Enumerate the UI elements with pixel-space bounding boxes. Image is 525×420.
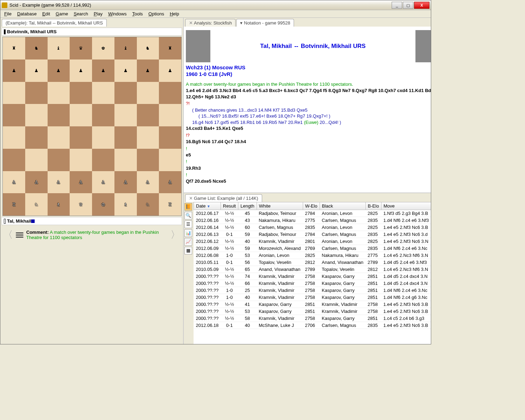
game-row[interactable]: 2012.06.09½-½59Morozevich, Alexand2769Ca… — [194, 245, 432, 252]
game-row[interactable]: 2000.??.??1-025Kramnik, Vladimir2758Kasp… — [194, 287, 432, 294]
game-row[interactable]: 2000.??.??½-½66Kramnik, Vladimir2758Kasp… — [194, 280, 432, 287]
square[interactable] — [48, 149, 70, 171]
maximize-button[interactable]: ▢ — [403, 2, 413, 9]
square[interactable]: ♝ — [114, 37, 137, 59]
game-row[interactable]: 2012.06.081-053Aronian, Levon2825Nakamur… — [194, 252, 432, 259]
menu-game[interactable]: Game — [53, 10, 70, 17]
game-row[interactable]: 2012.06.17½-½45Radjabov, Teimour2784Aron… — [194, 210, 432, 217]
move-list-button[interactable] — [16, 231, 23, 239]
square[interactable] — [25, 126, 48, 149]
menu-tools[interactable]: Tools — [130, 10, 145, 17]
square[interactable]: ♟ — [70, 59, 92, 82]
col-move[interactable]: Move — [381, 202, 431, 210]
square[interactable] — [114, 126, 137, 149]
board-tab[interactable]: (Example): Tal, Mikhail -- Botvinnik, Mi… — [2, 19, 107, 27]
list-icon[interactable]: ☰ — [184, 220, 192, 228]
square[interactable]: ♟ — [3, 59, 25, 82]
minimize-button[interactable]: _ — [392, 2, 402, 9]
game-row[interactable]: 2012.06.16½-½43Nakamura, Hikaru2775Carls… — [194, 217, 432, 224]
square[interactable]: ♜ — [3, 37, 25, 59]
square[interactable] — [159, 126, 181, 149]
square[interactable]: ♗ — [114, 193, 137, 216]
col-date[interactable]: Date ▼ — [194, 202, 221, 210]
square[interactable]: ♚ — [92, 37, 114, 59]
next-move-button[interactable]: 〉 — [170, 228, 180, 241]
close-button[interactable]: X — [414, 2, 429, 9]
game-notation[interactable]: A match over twenty-four games began in … — [186, 80, 431, 193]
game-row[interactable]: 2000.??.??½-½41Kasparov, Garry2851Kramni… — [194, 301, 432, 308]
square[interactable]: ♟ — [114, 59, 137, 82]
square[interactable]: ♝ — [48, 37, 70, 59]
square[interactable]: ♙ — [159, 171, 181, 194]
square[interactable]: ♙ — [3, 171, 25, 194]
col-b-elo[interactable]: B-Elo — [365, 202, 381, 210]
game-row[interactable]: 2012.06.130-159Radjabov, Teimour2784Carl… — [194, 231, 432, 238]
game-row[interactable]: 2012.06.14½-½60Carlsen, Magnus2835Aronia… — [194, 224, 432, 231]
square[interactable] — [92, 149, 114, 171]
square[interactable] — [25, 149, 48, 171]
square[interactable] — [137, 126, 159, 149]
square[interactable] — [137, 82, 159, 104]
square[interactable]: ♜ — [159, 37, 181, 59]
menu-search[interactable]: Search — [71, 10, 90, 17]
menu-options[interactable]: Options — [146, 10, 167, 17]
square[interactable] — [92, 104, 114, 126]
col-length[interactable]: Length — [238, 202, 257, 210]
game-row[interactable]: 2012.06.180-140McShane, Luke J2706Carlse… — [194, 322, 432, 329]
square[interactable]: ♘ — [137, 193, 159, 216]
square[interactable] — [159, 149, 181, 171]
square[interactable] — [70, 126, 92, 149]
square[interactable]: ♞ — [137, 37, 159, 59]
square[interactable]: ♙ — [25, 171, 48, 194]
square[interactable] — [48, 104, 70, 126]
square[interactable]: ♖ — [3, 193, 25, 216]
col-black[interactable]: Black — [320, 202, 365, 210]
notation-pane[interactable]: Tal, Mikhail -- Botvinnik, Mikhail URS W… — [184, 27, 431, 193]
col-w-elo[interactable]: W-Elo — [303, 202, 320, 210]
square[interactable] — [3, 126, 25, 149]
square[interactable]: ♟ — [137, 59, 159, 82]
col-rat[interactable]: Rat — [431, 202, 431, 210]
square[interactable]: ♛ — [70, 37, 92, 59]
game-row[interactable]: 2010.05.110-156Topalov, Veselin2812Anand… — [194, 259, 432, 266]
game-row[interactable]: 2012.06.12½-½40Kramnik, Vladimir2801Aron… — [194, 238, 432, 245]
square[interactable] — [48, 82, 70, 104]
square[interactable]: ♘ — [25, 193, 48, 216]
menu-help[interactable]: Help — [167, 10, 182, 17]
square[interactable]: ♞ — [25, 37, 48, 59]
square[interactable]: ♕ — [70, 193, 92, 216]
square[interactable] — [25, 104, 48, 126]
game-list-table[interactable]: Date ▼ResultLengthWhiteW-EloBlackB-EloMo… — [194, 202, 431, 344]
game-row[interactable]: 2010.05.09½-½65Anand, Viswanathan2789Top… — [194, 266, 432, 273]
square[interactable] — [70, 149, 92, 171]
stats-icon[interactable]: 📈 — [184, 238, 192, 246]
square[interactable] — [137, 104, 159, 126]
square[interactable] — [70, 104, 92, 126]
square[interactable] — [114, 149, 137, 171]
square[interactable] — [137, 149, 159, 171]
menu-windows[interactable]: Windows — [106, 10, 129, 17]
chart-icon[interactable]: 📊 — [184, 229, 192, 237]
square[interactable]: ♙ — [70, 171, 92, 194]
prev-move-button[interactable]: 〈 — [3, 228, 13, 241]
square[interactable]: ♟ — [92, 59, 114, 82]
analysis-tab[interactable]: ✕Analysis: Stockfish — [185, 19, 236, 27]
game-row[interactable]: 2000.??.??½-½58Kramnik, Vladimir2758Kasp… — [194, 315, 432, 322]
book-icon[interactable]: 📙 — [184, 203, 192, 211]
board-icon[interactable]: ▦ — [184, 247, 192, 254]
square[interactable] — [159, 104, 181, 126]
game-row[interactable]: 2000.??.??1-040Kramnik, Vladimir2758Kasp… — [194, 294, 432, 301]
notation-tab[interactable]: ▾ Notation - game 99528 — [236, 19, 294, 27]
square[interactable] — [92, 126, 114, 149]
square[interactable] — [3, 149, 25, 171]
square[interactable]: ♔ — [92, 193, 114, 216]
chess-board[interactable]: ♜♞♝♛♚♝♞♜♟♟♟♟♟♟♟♟♙♙♙♙♙♙♙♙♖♘♗♕♔♗♘♖ — [2, 37, 182, 216]
square[interactable] — [3, 104, 25, 126]
col-white[interactable]: White — [257, 202, 303, 210]
square[interactable]: ♙ — [114, 171, 137, 194]
col-result[interactable]: Result — [221, 202, 238, 210]
square[interactable] — [70, 82, 92, 104]
square[interactable]: ♟ — [159, 59, 181, 82]
game-row[interactable]: 2000.??.??½-½74Kramnik, Vladimir2758Kasp… — [194, 273, 432, 280]
gamelist-tab[interactable]: ✕Game List: Example (all / 114K) — [185, 194, 262, 202]
